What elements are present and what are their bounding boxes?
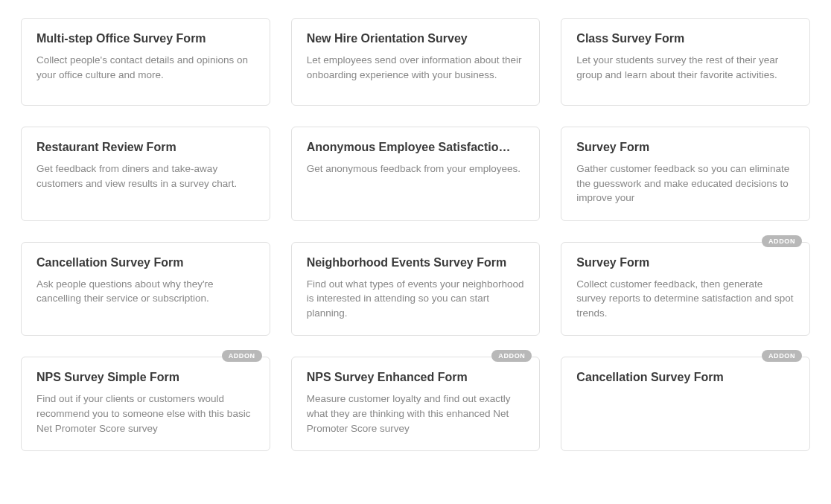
template-card[interactable]: ADDON Survey Form Collect customer feedb… <box>561 242 810 336</box>
template-card[interactable]: Survey Form Gather customer feedback so … <box>561 127 810 221</box>
card-description: Get feedback from diners and take-away c… <box>36 162 255 191</box>
card-title: Neighborhood Events Survey Form <box>307 256 525 269</box>
template-card[interactable]: ADDON NPS Survey Simple Form Find out if… <box>21 357 270 451</box>
template-card[interactable]: ADDON Cancellation Survey Form <box>561 357 810 451</box>
card-title: New Hire Orientation Survey <box>307 32 525 45</box>
template-card[interactable]: Multi-step Office Survey Form Collect pe… <box>21 18 270 106</box>
card-description: Collect customer feedback, then generate… <box>576 277 795 321</box>
addon-badge: ADDON <box>222 350 262 362</box>
card-description: Get anonymous feedback from your employe… <box>307 162 525 176</box>
template-card[interactable]: Restaurant Review Form Get feedback from… <box>21 127 270 221</box>
template-card[interactable]: New Hire Orientation Survey Let employee… <box>291 18 541 106</box>
template-card[interactable]: Anonymous Employee Satisfactio… Get anon… <box>291 127 541 221</box>
addon-badge: ADDON <box>491 350 532 362</box>
template-grid: Multi-step Office Survey Form Collect pe… <box>21 18 810 451</box>
card-description: Let your students survey the rest of the… <box>576 53 795 82</box>
card-title: NPS Survey Simple Form <box>36 371 255 384</box>
card-description: Gather customer feedback so you can elim… <box>576 162 795 205</box>
card-title: Cancellation Survey Form <box>576 371 795 384</box>
template-card[interactable]: Class Survey Form Let your students surv… <box>561 18 810 106</box>
card-title: Survey Form <box>576 256 795 269</box>
card-description: Ask people questions about why they're c… <box>36 277 255 306</box>
card-title: Restaurant Review Form <box>36 141 255 154</box>
card-title: NPS Survey Enhanced Form <box>307 371 525 384</box>
card-description: Find out if your clients or customers wo… <box>36 392 255 436</box>
card-title: Anonymous Employee Satisfactio… <box>307 141 525 154</box>
template-card[interactable]: ADDON NPS Survey Enhanced Form Measure c… <box>291 357 541 451</box>
card-description: Measure customer loyalty and find out ex… <box>307 392 525 436</box>
template-card[interactable]: Neighborhood Events Survey Form Find out… <box>291 242 541 336</box>
template-card[interactable]: Cancellation Survey Form Ask people ques… <box>21 242 270 336</box>
card-description: Let employees send over information abou… <box>307 53 525 82</box>
card-description: Collect people's contact details and opi… <box>36 53 255 82</box>
card-title: Multi-step Office Survey Form <box>36 32 255 45</box>
addon-badge: ADDON <box>762 350 802 362</box>
card-title: Class Survey Form <box>576 32 795 45</box>
addon-badge: ADDON <box>762 235 802 247</box>
card-title: Survey Form <box>576 141 795 154</box>
card-description: Find out what types of events your neigh… <box>307 277 525 321</box>
card-title: Cancellation Survey Form <box>36 256 255 269</box>
